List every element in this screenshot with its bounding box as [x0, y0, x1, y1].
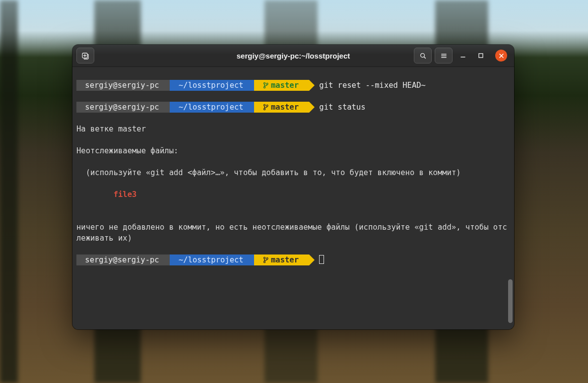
scrollbar-thumb[interactable]: [508, 279, 513, 323]
svg-point-3: [263, 82, 265, 84]
command-text: git status: [319, 103, 365, 112]
prompt-path: ~/losstproject: [179, 102, 248, 113]
close-icon: [499, 53, 504, 59]
prompt-line-2: sergiy@sergiy-pc ~/losstproject master g…: [76, 102, 510, 113]
prompt-branch: master: [271, 80, 303, 91]
git-branch-icon: [263, 82, 269, 89]
terminal-output[interactable]: sergiy@sergiy-pc ~/losstproject master g…: [72, 67, 514, 329]
maximize-icon: [478, 53, 484, 59]
new-tab-button[interactable]: [76, 48, 94, 64]
prompt-line-current: sergiy@sergiy-pc ~/losstproject master: [76, 255, 510, 265]
output-line: ничего не добавлено в коммит, но есть не…: [76, 222, 510, 244]
prompt-path: ~/losstproject: [179, 80, 248, 91]
svg-point-6: [263, 104, 265, 106]
prompt-line-1: sergiy@sergiy-pc ~/losstproject master g…: [76, 80, 510, 91]
minimize-button[interactable]: [456, 48, 470, 63]
svg-point-8: [263, 108, 265, 110]
output-line: Неотслеживаемые файлы:: [76, 145, 510, 156]
prompt-path: ~/losstproject: [179, 255, 248, 265]
terminal-window: sergiy@sergiy-pc:~/losstproject: [72, 45, 514, 329]
svg-rect-2: [479, 54, 483, 58]
prompt-userhost: sergiy@sergiy-pc: [80, 80, 164, 91]
maximize-button[interactable]: [473, 48, 488, 63]
svg-point-9: [263, 257, 265, 258]
prompt-userhost: sergiy@sergiy-pc: [80, 255, 164, 265]
output-line: (используйте «git add <файл>…», чтобы до…: [76, 167, 510, 178]
terminal-cursor: [319, 255, 324, 264]
hamburger-icon: [440, 52, 448, 60]
desktop-wallpaper: sergiy@sergiy-pc:~/losstproject: [0, 0, 588, 383]
new-tab-icon: [81, 52, 89, 60]
prompt-branch: master: [271, 255, 303, 265]
menu-button[interactable]: [435, 48, 453, 64]
command-text: git reset --mixed HEAD~: [319, 81, 426, 90]
prompt-branch: master: [271, 102, 303, 113]
git-branch-icon: [263, 256, 269, 263]
git-branch-icon: [263, 104, 269, 111]
titlebar[interactable]: sergiy@sergiy-pc:~/losstproject: [72, 45, 514, 67]
output-line: На ветке master: [76, 124, 510, 134]
search-button[interactable]: [414, 48, 432, 64]
untracked-file-line: file3: [76, 189, 510, 200]
svg-point-5: [263, 86, 265, 88]
svg-point-4: [266, 83, 268, 84]
close-button[interactable]: [495, 50, 507, 62]
minimize-icon: [459, 52, 466, 59]
svg-point-7: [266, 105, 268, 106]
search-icon: [419, 52, 427, 60]
svg-point-11: [263, 261, 265, 262]
prompt-userhost: sergiy@sergiy-pc: [80, 102, 164, 113]
svg-point-10: [266, 257, 268, 259]
